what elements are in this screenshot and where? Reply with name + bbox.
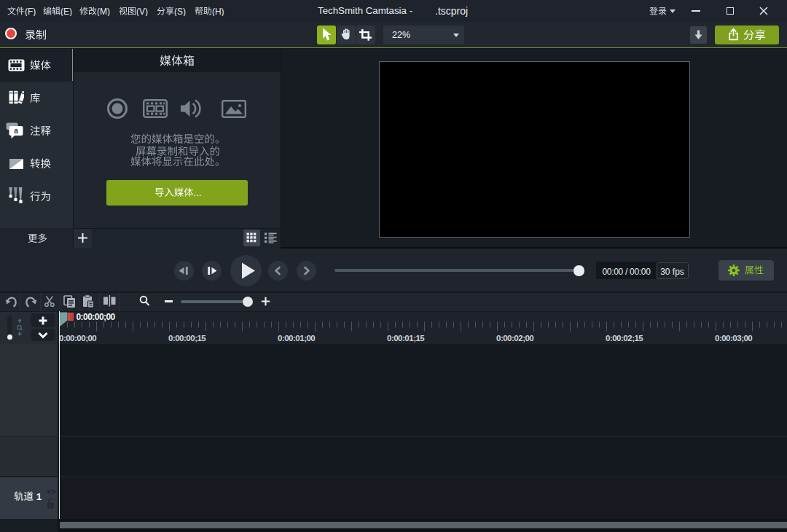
svg-text:(S): (S) [174,7,186,16]
svg-text:(F): (F) [25,7,36,16]
svg-text:a: a [14,127,18,135]
svg-text:(M): (M) [97,7,110,16]
svg-text:(E): (E) [60,7,72,16]
svg-text:...: ... [194,187,202,198]
svg-text:(V): (V) [136,7,148,16]
svg-text:1: 1 [34,491,42,502]
svg-text:(H): (H) [212,7,224,16]
